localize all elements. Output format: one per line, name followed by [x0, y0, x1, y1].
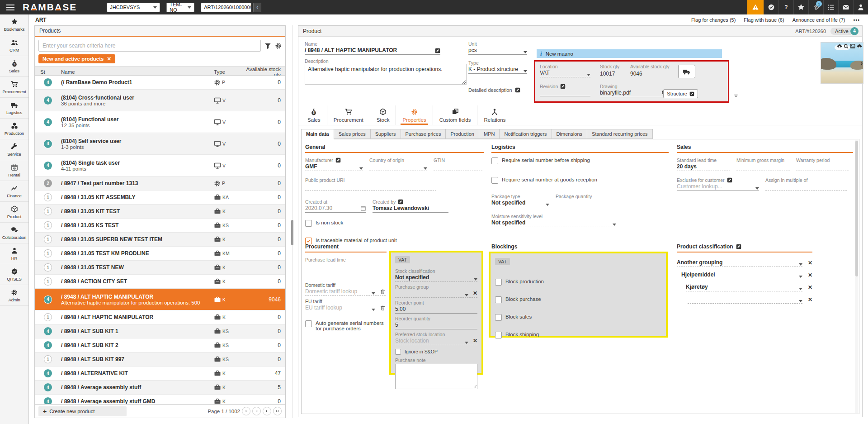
tab-stock[interactable]: Stock [370, 105, 396, 125]
classification-select[interactable]: Hjelpemiddel [681, 271, 802, 279]
block-shipping-checkbox[interactable] [495, 332, 502, 338]
table-row[interactable]: 1 / 8948 / ALT HAPTIC MANIPULATOR K 0 [35, 310, 285, 324]
scrollbar[interactable] [855, 140, 859, 413]
structure-button[interactable]: Structure [663, 89, 698, 98]
table-row[interactable]: 4 / 8948 / ALTERNATIVE KIT K 47 [35, 367, 285, 381]
edit-icon[interactable] [560, 84, 566, 89]
table-row[interactable]: 4 / 8948 / Average assembly stuff GMD K … [35, 395, 285, 404]
sidebar-item-product[interactable]: Product [0, 202, 28, 223]
next-image-icon[interactable]: › [861, 60, 863, 67]
created-by-field[interactable]: Tomasz Lewandowski [373, 205, 448, 213]
sidebar-item-finance[interactable]: Finance [0, 181, 28, 202]
description-field[interactable] [305, 64, 467, 85]
user-profile-button[interactable] [853, 0, 868, 14]
block-sales-checkbox[interactable] [495, 314, 502, 321]
country-of-origin-select[interactable] [369, 163, 427, 171]
stock-classification-select[interactable]: Not specified [395, 274, 477, 282]
classification-select[interactable] [688, 295, 802, 304]
trash-icon[interactable] [380, 305, 386, 311]
prev-page-button[interactable] [252, 407, 261, 415]
tab-relations[interactable]: Relations [477, 105, 512, 125]
classification-select[interactable]: Another grouping [677, 259, 802, 267]
subtab-sales-prices[interactable]: Sales prices [334, 129, 371, 139]
table-row[interactable]: 1 / 8948 / 31.05 KIT ASSEMBLY KA 0 [35, 191, 285, 205]
tab-sales[interactable]: $ Sales [301, 105, 327, 125]
remove-classification-icon[interactable]: ✕ [808, 260, 812, 267]
purchase-note-field[interactable] [395, 364, 477, 389]
tab-procurement[interactable]: Procurement [327, 105, 370, 125]
subtab-mpn[interactable]: MPN [479, 129, 500, 139]
warranty-period-field[interactable] [796, 163, 849, 171]
help-button[interactable]: ? [778, 0, 793, 14]
edit-icon[interactable] [335, 157, 341, 163]
calendar-icon[interactable] [360, 205, 366, 211]
assign-in-multiple-of-field[interactable] [765, 183, 847, 191]
is-non-stock-checkbox[interactable] [305, 220, 312, 227]
edit-icon[interactable] [435, 48, 440, 53]
zoom-image-icon[interactable] [844, 43, 849, 49]
filter-icon[interactable] [264, 43, 271, 49]
messages-button[interactable] [838, 0, 853, 14]
remove-classification-icon[interactable]: ✕ [808, 284, 812, 291]
create-new-product-button[interactable]: + Create new product [38, 406, 127, 416]
manufacturer-select[interactable]: GMF [305, 163, 363, 171]
table-row[interactable]: 4 (/ RamBase Demo Product1 P 0 [35, 76, 285, 90]
serial-goods-reception-checkbox[interactable] [491, 177, 498, 184]
sidebar-item-qhses[interactable]: QHSES [0, 264, 28, 285]
subtab-standard-recurring-prices[interactable]: Standard recurring prices [587, 129, 653, 139]
remove-classification-icon[interactable]: ✕ [808, 272, 812, 279]
table-row[interactable]: 4 (8104) Cross-functional user 36 points… [35, 90, 285, 111]
table-row[interactable]: 1 / 8948 / 31.05 KIT TEST K 0 [35, 205, 285, 219]
gtin-field[interactable] [434, 163, 482, 171]
filter-chip[interactable]: New and active products ✕ [38, 54, 115, 63]
drawing-file-link[interactable]: binaryfile.pdf [600, 90, 631, 96]
subtab-notification-triggers[interactable]: Notification triggers [500, 129, 552, 139]
table-row[interactable]: 4 (8104) Self service user 1-3 points V … [35, 133, 285, 155]
system-select[interactable]: JHCDEVSYS [107, 3, 160, 12]
sidebar-item-bookmarks[interactable]: Bookmarks [0, 14, 28, 35]
image-icon[interactable] [850, 43, 855, 49]
back-button[interactable]: ‹ [253, 3, 261, 12]
sidebar-item-crm[interactable]: CRM [0, 35, 28, 56]
close-icon[interactable]: ✕ [107, 56, 111, 62]
detailed-description-link[interactable]: Detailed description [468, 87, 520, 93]
last-page-button[interactable] [273, 407, 282, 415]
upload-image-icon[interactable] [837, 43, 842, 49]
flag-action-link[interactable]: Flag with issue (6) [744, 17, 784, 23]
clear-icon[interactable]: ✕ [473, 290, 477, 296]
attachments-button[interactable]: 1 [808, 0, 823, 14]
alerts-button[interactable] [747, 0, 764, 14]
search-input[interactable] [38, 40, 261, 52]
standard-lead-time-field[interactable]: 20 days [677, 163, 730, 171]
tab-properties[interactable]: Properties [396, 105, 432, 125]
domestic-tariff-select[interactable]: Domestic tariff lookup [305, 288, 386, 296]
more-actions-button[interactable]: ••• [853, 17, 860, 23]
edit-icon[interactable] [398, 199, 403, 205]
unit-select[interactable]: pcs [468, 47, 527, 55]
flag-action-link[interactable]: Flag for changes (5) [691, 17, 736, 23]
subtab-production[interactable]: Production [446, 129, 479, 139]
preferred-stock-location-select[interactable]: Stock location ✕ [395, 337, 477, 345]
flag-action-link[interactable]: Announce end of life (7) [793, 17, 845, 23]
subtab-dimensions[interactable]: Dimensions [552, 129, 587, 139]
location-select[interactable]: VAT [540, 69, 590, 77]
table-row[interactable]: 1 / 8948 / 31.05 TEST NEW K 0 [35, 261, 285, 275]
table-row[interactable]: 1 / 8948 / 31.05 TEST KM PRODLINE KM 0 [35, 247, 285, 261]
block-purchase-checkbox[interactable] [495, 296, 502, 303]
scrollbar-thumb[interactable] [855, 141, 858, 276]
minimum-gross-margin-field[interactable] [736, 163, 790, 171]
table-row[interactable]: 1 / 8948 / 31.05 KS TEST KS 0 [35, 219, 285, 233]
purchase-lead-time-field[interactable] [305, 266, 386, 274]
table-row[interactable]: 1 / 8948 / ACTION CITY SET K 0 [35, 275, 285, 289]
ignore-in-sop-checkbox[interactable] [395, 349, 401, 355]
gear-icon[interactable] [275, 43, 282, 49]
sidebar-item-service[interactable]: Service [0, 139, 28, 160]
log-button[interactable] [823, 0, 838, 14]
sidebar-item-rental[interactable]: $ Rental [0, 160, 28, 181]
exclusive-for-customer-select[interactable]: Customer lookup... [677, 183, 759, 191]
name-field[interactable]: / 8948 / ALT HAPTIC MANIPULATOR [305, 47, 397, 53]
next-page-button[interactable] [263, 407, 271, 415]
public-product-uri-field[interactable] [305, 183, 436, 191]
sidebar-item-collaboration[interactable]: Collaboration [0, 223, 28, 243]
package-type-select[interactable]: Not specified [491, 199, 549, 207]
